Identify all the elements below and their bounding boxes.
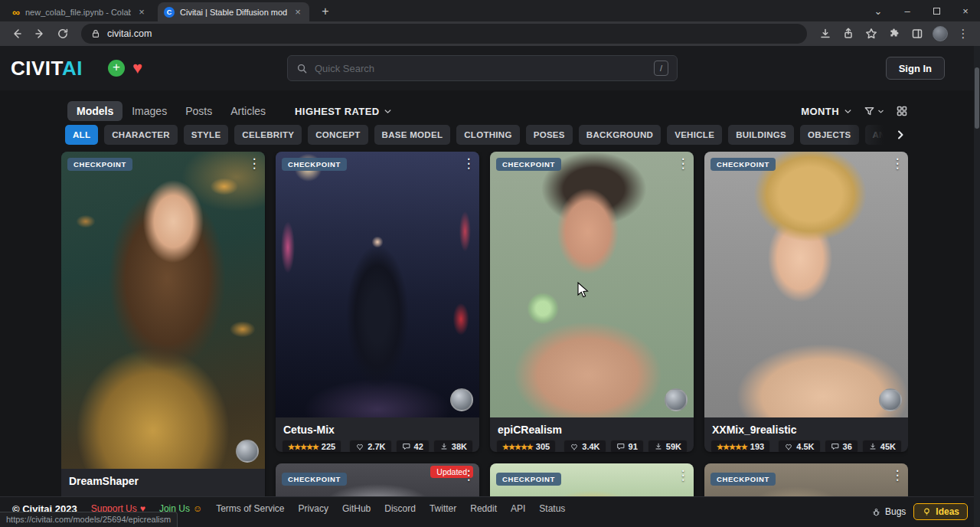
- card-menu-icon[interactable]: ⋮: [888, 467, 906, 483]
- footer-link-privacy[interactable]: Privacy: [299, 503, 328, 514]
- forward-button[interactable]: [29, 23, 51, 44]
- category-clothing[interactable]: CLOTHING: [456, 125, 519, 145]
- category-character[interactable]: CHARACTER: [104, 125, 178, 145]
- card-menu-icon[interactable]: ⋮: [888, 155, 906, 172]
- page-scrollbar[interactable]: [974, 46, 980, 527]
- model-card-dreamshaper[interactable]: CHECKPOINT ⋮ DreamShaper: [61, 152, 265, 496]
- category-all[interactable]: ALL: [65, 125, 98, 145]
- likes-count: 2.7K: [368, 442, 385, 451]
- model-title: DreamShaper: [61, 469, 265, 491]
- tab-close-icon[interactable]: ×: [292, 6, 303, 18]
- category-celebrity[interactable]: CELEBRITY: [234, 125, 302, 145]
- download-icon: [439, 442, 449, 451]
- footer-link-reddit[interactable]: Reddit: [470, 503, 497, 514]
- model-card-xxmix-9realistic[interactable]: CHECKPOINT ⋮ XXMix_9realistic ★★★★★ 193 …: [704, 152, 908, 452]
- footer-link-status[interactable]: Status: [539, 503, 565, 514]
- downloads-button[interactable]: [815, 23, 836, 44]
- side-panel-button[interactable]: [906, 23, 928, 44]
- window-close-button[interactable]: ×: [951, 0, 980, 21]
- header-heart-icon[interactable]: ♥: [132, 57, 142, 79]
- creator-avatar[interactable]: [450, 388, 473, 411]
- window-minimize-button[interactable]: –: [893, 0, 922, 21]
- creator-avatar[interactable]: [236, 440, 259, 463]
- scrollbar-thumb[interactable]: [975, 67, 979, 129]
- browser-tab-civitai[interactable]: C Civitai | Stable Diffusion models, ×: [158, 2, 309, 21]
- tab-close-icon[interactable]: ×: [136, 6, 147, 18]
- sort-select[interactable]: HIGHEST RATED: [295, 106, 393, 117]
- tab-models[interactable]: Models: [67, 101, 122, 121]
- comments-count: 42: [414, 442, 423, 451]
- category-vehicle[interactable]: VEHICLE: [667, 125, 722, 145]
- category-concept[interactable]: CONCEPT: [308, 125, 368, 145]
- window-controls: ⌄ – ×: [864, 0, 980, 21]
- browser-tab-colab[interactable]: ∞ new_colab_file.ipynb - Colaborat ×: [6, 2, 153, 21]
- heart-icon: [570, 442, 579, 451]
- category-background[interactable]: BACKGROUND: [579, 125, 661, 145]
- tab-articles[interactable]: Articles: [221, 101, 275, 121]
- filter-button[interactable]: [864, 106, 885, 117]
- card-menu-icon[interactable]: ⋮: [245, 155, 263, 172]
- stat-pill-group: 3.4K 91 59K: [564, 440, 688, 452]
- model-card-cetus-mix[interactable]: CHECKPOINT ⋮ Cetus-Mix ★★★★★ 225 2.7K 42: [276, 152, 479, 452]
- category-style[interactable]: STYLE: [184, 125, 229, 145]
- footer-link-github[interactable]: GitHub: [342, 503, 371, 514]
- bugs-button[interactable]: Bugs: [871, 506, 906, 517]
- model-title: epiCRealism: [490, 417, 694, 440]
- logo-text-accent: AI: [62, 57, 83, 80]
- layout-grid-icon: [896, 105, 908, 117]
- address-bar[interactable]: civitai.com: [81, 24, 807, 44]
- extensions-button[interactable]: [884, 23, 905, 44]
- category-poses[interactable]: POSES: [526, 125, 573, 145]
- footer-link-api[interactable]: API: [511, 503, 525, 514]
- model-type-badge: CHECKPOINT: [496, 473, 561, 486]
- reload-button[interactable]: [52, 23, 74, 44]
- maximize-icon: [933, 8, 940, 15]
- url-text: civitai.com: [107, 28, 152, 39]
- model-title: XXMix_9realistic: [704, 417, 908, 440]
- tab-title: new_colab_file.ipynb - Colaborat: [25, 8, 131, 17]
- category-scroll-right-button[interactable]: [847, 123, 908, 147]
- browser-menu-button[interactable]: ⋮: [952, 23, 974, 44]
- ideas-button[interactable]: Ideas: [913, 503, 968, 520]
- card-menu-icon[interactable]: ⋮: [674, 467, 692, 483]
- likes-count: 3.4K: [582, 442, 599, 451]
- upload-plus-button[interactable]: +: [108, 60, 125, 77]
- creator-avatar[interactable]: [665, 388, 688, 411]
- back-button[interactable]: [6, 23, 28, 44]
- layout-toggle-button[interactable]: [896, 105, 908, 117]
- window-maximize-button[interactable]: [922, 0, 951, 21]
- bookmark-button[interactable]: [861, 23, 882, 44]
- card-menu-icon[interactable]: ⋮: [459, 467, 478, 483]
- lock-icon: [90, 28, 101, 39]
- model-card-partial[interactable]: Updated CHECKPOINT ⋮: [276, 463, 479, 496]
- rating-count: 193: [750, 442, 764, 451]
- site-header: CIVITAI + ♥ / Sign In: [0, 46, 980, 90]
- search-bar[interactable]: /: [287, 55, 678, 81]
- footer-link-discord[interactable]: Discord: [384, 503, 416, 514]
- footer-link-twitter[interactable]: Twitter: [430, 503, 456, 514]
- share-button[interactable]: [838, 23, 859, 44]
- back-arrow-icon: [11, 28, 23, 40]
- period-select[interactable]: MONTH: [801, 106, 853, 117]
- tab-images[interactable]: Images: [122, 101, 176, 121]
- tab-search-chevron-icon[interactable]: ⌄: [864, 0, 893, 21]
- model-card-epicrealism[interactable]: CHECKPOINT ⋮ epiCRealism ★★★★★ 305 3.4K …: [490, 152, 694, 452]
- sign-in-button[interactable]: Sign In: [886, 57, 945, 80]
- category-buildings[interactable]: BUILDINGS: [728, 125, 794, 145]
- creator-avatar[interactable]: [879, 388, 902, 411]
- card-menu-icon[interactable]: ⋮: [459, 155, 478, 172]
- card-menu-icon[interactable]: ⋮: [674, 155, 692, 172]
- footer-link-terms[interactable]: Terms of Service: [216, 503, 284, 514]
- ideas-label: Ideas: [936, 506, 959, 517]
- category-pill-row: ALL CHARACTER STYLE CELEBRITY CONCEPT BA…: [65, 125, 908, 146]
- model-card-partial[interactable]: CHECKPOINT ⋮: [704, 463, 908, 496]
- tab-posts[interactable]: Posts: [176, 101, 221, 121]
- search-shortcut-key: /: [654, 61, 668, 76]
- civitai-logo[interactable]: CIVITAI: [11, 57, 83, 79]
- category-base-model[interactable]: BASE MODEL: [374, 125, 451, 145]
- download-icon: [868, 442, 877, 451]
- model-card-partial[interactable]: CHECKPOINT ⋮: [490, 463, 694, 496]
- new-tab-button[interactable]: +: [317, 3, 334, 20]
- profile-button[interactable]: [929, 23, 951, 44]
- search-input[interactable]: [315, 63, 647, 74]
